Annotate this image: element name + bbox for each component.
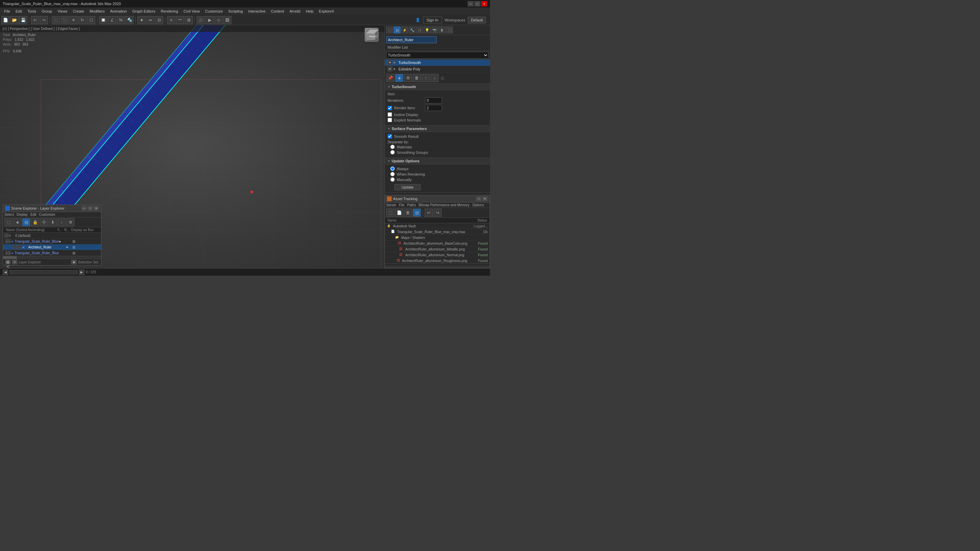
- se-tb-3[interactable]: 🔒: [31, 218, 39, 226]
- se-eye-2b[interactable]: ○: [18, 245, 21, 249]
- always-radio[interactable]: [390, 166, 395, 171]
- update-options-header[interactable]: ▼ Update Options: [385, 158, 490, 164]
- explicit-normals-checkbox[interactable]: [388, 118, 392, 122]
- se-maximize[interactable]: □: [88, 206, 93, 211]
- at-tb-4[interactable]: ▤: [413, 209, 421, 217]
- manually-radio[interactable]: [390, 177, 395, 182]
- menu-rendering[interactable]: Rendering: [158, 8, 181, 14]
- update-button[interactable]: Update: [395, 184, 421, 190]
- move-button[interactable]: ✛: [69, 16, 78, 24]
- panel-btn-7[interactable]: 📷: [431, 27, 438, 33]
- material-editor[interactable]: ◇: [215, 16, 223, 24]
- se-tb-1[interactable]: ⬚: [5, 218, 13, 226]
- curve-editor[interactable]: 〜: [176, 16, 184, 24]
- panel-btn-6[interactable]: 💡: [424, 27, 430, 33]
- menu-civil-view[interactable]: Civil View: [181, 8, 202, 14]
- turbosm-header[interactable]: ▼ TurboSmooth: [385, 84, 490, 90]
- se-tb-4[interactable]: ➕: [40, 218, 48, 226]
- se-eye-3b[interactable]: ○: [8, 251, 10, 255]
- at-row-roughness[interactable]: 🖼 ArchitectRuler_alluminium_Roughness.pn…: [385, 258, 490, 264]
- panel-btn-1[interactable]: ⬚: [386, 27, 393, 33]
- panel-btn-4[interactable]: 🔧: [409, 27, 415, 33]
- vp-edged-faces[interactable]: [ Edged Faces ]: [56, 27, 80, 30]
- iterations-input[interactable]: 0: [425, 97, 442, 104]
- panel-btn-9[interactable]: ⬛: [446, 27, 453, 33]
- se-eye-1[interactable]: ○: [5, 239, 8, 243]
- mod-delete-btn[interactable]: 🗑: [413, 74, 421, 82]
- select-region[interactable]: ⬛: [60, 16, 69, 24]
- layer-button[interactable]: ≡: [167, 16, 175, 24]
- se-eye-2[interactable]: ○: [13, 245, 17, 249]
- se-menu-display[interactable]: Display: [17, 213, 28, 217]
- se-layers-btn[interactable]: ≡: [12, 260, 18, 264]
- at-scrollbar[interactable]: [385, 264, 490, 268]
- menu-customize[interactable]: Customize: [202, 8, 226, 14]
- at-tb-3[interactable]: 🗑: [404, 209, 412, 217]
- se-row-layer-0[interactable]: ○ ≡ 0 (default): [3, 233, 101, 239]
- select-button[interactable]: ⬚: [52, 16, 60, 24]
- render-frame[interactable]: 🖼: [223, 16, 231, 24]
- at-menu-file[interactable]: File: [399, 203, 404, 207]
- progress-prev[interactable]: ◀: [3, 269, 8, 275]
- open-button[interactable]: 📂: [10, 16, 18, 24]
- smoothing-groups-radio[interactable]: [390, 150, 395, 154]
- spinner-snap[interactable]: 🔩: [126, 16, 134, 24]
- maximize-button[interactable]: □: [474, 1, 480, 6]
- at-menu-bitmap[interactable]: Bitmap Performance and Memory: [418, 203, 469, 207]
- vp-perspective[interactable]: [ Perspective ]: [8, 27, 29, 30]
- at-row-maxfile[interactable]: 📄 Triangular_Scale_Ruler_Blue_max_vray.m…: [385, 229, 490, 235]
- at-maximize[interactable]: □: [476, 196, 482, 201]
- se-row-2[interactable]: ○ ○ ▣ Architect_Ruler ✦ ⊟: [3, 244, 101, 250]
- menu-graph-editors[interactable]: Graph Editors: [130, 8, 158, 14]
- menu-arnold[interactable]: Arnold: [287, 8, 303, 14]
- at-menu-options[interactable]: Options: [472, 203, 484, 207]
- render-iters-checkbox[interactable]: [388, 106, 392, 110]
- rotate-button[interactable]: ↻: [78, 16, 86, 24]
- smooth-result-checkbox[interactable]: [388, 134, 392, 139]
- modifier-editable-poly[interactable]: 👁 ▶ Editable Poly: [385, 66, 490, 73]
- save-button[interactable]: 💾: [19, 16, 27, 24]
- se-tb-2[interactable]: ◈: [13, 218, 21, 226]
- sign-in-button[interactable]: Sign In: [423, 17, 442, 24]
- panel-btn-3[interactable]: ⚡: [401, 27, 408, 33]
- se-menu-customize[interactable]: Customize: [39, 213, 55, 217]
- menu-content[interactable]: Content: [268, 8, 287, 14]
- menu-group[interactable]: Group: [39, 8, 55, 14]
- mod-active-btn[interactable]: ◈: [395, 74, 403, 82]
- mod-config-btn[interactable]: ⚙: [404, 74, 412, 82]
- modifier-dropdown[interactable]: TurboSmooth: [386, 52, 488, 59]
- menu-interactive[interactable]: Interactive: [246, 8, 269, 14]
- new-button[interactable]: 📄: [2, 16, 10, 24]
- object-name-field[interactable]: Architect_Ruler: [386, 37, 437, 43]
- at-tb-1[interactable]: ⬚: [386, 209, 395, 217]
- render-iters-input[interactable]: 2: [425, 105, 442, 111]
- mod-down-btn[interactable]: ↓: [430, 74, 439, 82]
- se-eye-0[interactable]: ○: [5, 234, 8, 237]
- viewcube-box[interactable]: FRONT: [365, 28, 379, 41]
- isoline-checkbox[interactable]: [388, 112, 392, 117]
- schematic-view[interactable]: ⊞: [185, 16, 193, 24]
- menu-create[interactable]: Create: [70, 8, 87, 14]
- menu-views[interactable]: Views: [55, 8, 70, 14]
- menu-tools[interactable]: Tools: [25, 8, 39, 14]
- redo-button[interactable]: ↪: [40, 16, 48, 24]
- mod-pin-btn[interactable]: 📌: [386, 74, 395, 82]
- se-tb-filter[interactable]: ▤: [22, 218, 30, 226]
- at-tb-5[interactable]: ↩: [425, 209, 433, 217]
- named-sel[interactable]: ★: [137, 16, 146, 24]
- menu-file[interactable]: File: [2, 8, 13, 14]
- viewcube[interactable]: FRONT: [365, 28, 382, 45]
- snap-button[interactable]: 🔲: [99, 16, 107, 24]
- at-close[interactable]: ✕: [482, 196, 488, 201]
- panel-btn-5[interactable]: ⬡: [416, 27, 423, 33]
- undo-button[interactable]: ↩: [31, 16, 39, 24]
- menu-explorex[interactable]: ExploreX: [316, 8, 337, 14]
- se-scroll-thumb[interactable]: [3, 256, 17, 259]
- se-close[interactable]: ✕: [94, 206, 99, 211]
- at-row-normal[interactable]: 🖼 ArchitectRuler_alluminium_Normal.png F…: [385, 252, 490, 258]
- se-eye-3[interactable]: ○: [5, 251, 8, 255]
- se-row-1[interactable]: ○ ○ ◈ Triangular_Scale_Ruler_Blue ● ⊟: [3, 239, 101, 244]
- panel-btn-delete[interactable]: 🗑: [439, 27, 445, 33]
- percent-snap[interactable]: %: [117, 16, 125, 24]
- modifier-eye-poly[interactable]: 👁: [388, 67, 392, 72]
